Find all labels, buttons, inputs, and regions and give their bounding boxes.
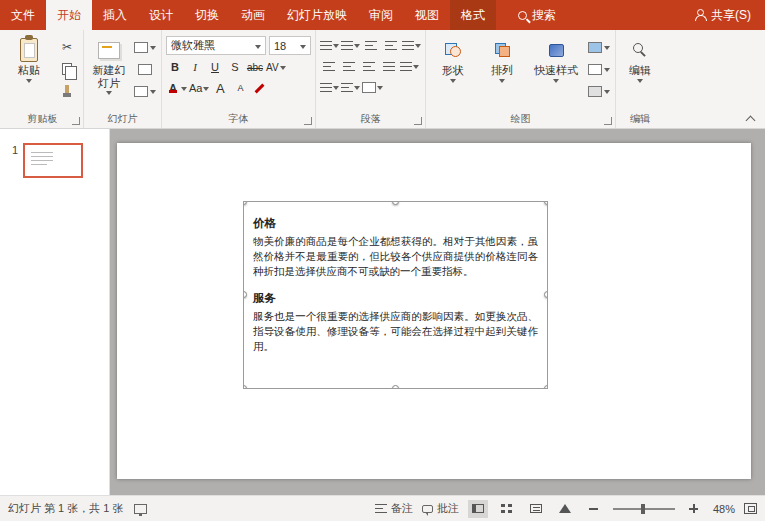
selected-textbox[interactable]: 价格 物美价廉的商品是每个企业都想获得的。相对于其他因素，虽然价格并不是最重要的… [243, 201, 548, 389]
increase-indent-button[interactable] [382, 36, 400, 54]
zoom-out-button[interactable] [584, 500, 604, 518]
collapse-ribbon-button[interactable] [743, 112, 757, 124]
resize-handle-e[interactable] [544, 291, 548, 298]
align-left-icon [323, 62, 335, 71]
slides-group-label: 幻灯片 [84, 112, 161, 126]
resize-handle-nw[interactable] [243, 201, 247, 205]
char-spacing-button[interactable]: AV [266, 58, 286, 76]
tab-format-contextual[interactable]: 格式 [450, 0, 496, 30]
tab-animations[interactable]: 动画 [230, 0, 276, 30]
bold-button[interactable]: B [166, 58, 184, 76]
tab-design[interactable]: 设计 [138, 0, 184, 30]
slide-thumbnail-row[interactable]: 1 [8, 143, 109, 178]
slide-sorter-view-button[interactable] [497, 500, 517, 518]
slideshow-view-button[interactable] [555, 500, 575, 518]
paragraph-dialog-launcher[interactable] [414, 117, 422, 125]
shape-fill-button[interactable] [587, 37, 611, 57]
editing-button[interactable]: 编辑 [620, 34, 660, 111]
tab-review[interactable]: 审阅 [358, 0, 404, 30]
resize-handle-se[interactable] [544, 385, 548, 389]
fit-to-window-button[interactable] [744, 503, 757, 514]
justify-icon [383, 62, 395, 71]
resize-handle-s[interactable] [392, 385, 399, 389]
chevron-down-icon [413, 65, 419, 69]
line-spacing-button[interactable] [402, 36, 421, 54]
tab-view[interactable]: 视图 [404, 0, 450, 30]
search-box[interactable]: 搜索 [506, 0, 568, 30]
shape-effects-button[interactable] [587, 81, 611, 101]
tab-file[interactable]: 文件 [0, 0, 46, 30]
notes-button[interactable]: 备注 [375, 501, 413, 516]
comments-button[interactable]: 批注 [422, 501, 459, 516]
resize-handle-n[interactable] [392, 201, 399, 205]
notes-label: 备注 [391, 501, 413, 516]
comments-label: 批注 [437, 501, 459, 516]
arrange-button[interactable]: 排列 [479, 34, 525, 111]
plus-icon [689, 504, 698, 513]
textbox-body-1: 物美价廉的商品是每个企业都想获得的。相对于其他因素，虽然价格并不是最重要的，但比… [253, 234, 538, 280]
slide-thumbnail[interactable] [23, 143, 83, 178]
drawing-dialog-launcher[interactable] [604, 117, 612, 125]
numbering-button[interactable] [341, 36, 360, 54]
clipboard-dialog-launcher[interactable] [72, 117, 80, 125]
font-dialog-launcher[interactable] [304, 117, 312, 125]
underline-label: U [211, 61, 219, 73]
text-direction-button[interactable] [320, 78, 339, 96]
justify-button[interactable] [380, 57, 398, 75]
zoom-slider-thumb[interactable] [641, 504, 645, 514]
reset-icon [138, 64, 152, 75]
copy-button[interactable] [55, 59, 79, 79]
font-name-combo[interactable]: 微软雅黑 [166, 36, 266, 55]
display-settings-icon[interactable] [134, 504, 147, 514]
format-painter-button[interactable] [55, 81, 79, 101]
shapes-button[interactable]: 形状 [430, 34, 476, 111]
quick-styles-label: 快速样式 [534, 64, 578, 77]
underline-button[interactable]: U [206, 58, 224, 76]
quick-styles-button[interactable]: 快速样式 [528, 34, 584, 111]
slide-canvas[interactable]: 价格 物美价廉的商品是每个企业都想获得的。相对于其他因素，虽然价格并不是最重要的… [117, 143, 751, 479]
font-size-combo[interactable]: 18 [269, 36, 311, 55]
align-text-button[interactable] [341, 78, 360, 96]
tab-transitions[interactable]: 切换 [184, 0, 230, 30]
arrange-label: 排列 [491, 64, 513, 77]
resize-handle-sw[interactable] [243, 385, 247, 389]
columns-button[interactable] [400, 57, 419, 75]
change-case-button[interactable]: Aa [189, 79, 209, 97]
strikethrough-button[interactable]: abc [246, 58, 264, 76]
zoom-in-button[interactable] [684, 500, 704, 518]
align-center-icon [343, 62, 355, 71]
italic-button[interactable]: I [186, 58, 204, 76]
font-color-button[interactable]: A [166, 79, 187, 97]
new-slide-button[interactable]: 新建幻灯片 [88, 34, 130, 111]
reset-button[interactable] [133, 59, 157, 79]
tab-home[interactable]: 开始 [46, 0, 92, 30]
paste-button[interactable]: 粘贴 [6, 34, 52, 111]
find-icon [633, 43, 647, 57]
align-center-button[interactable] [340, 57, 358, 75]
bullets-button[interactable] [320, 36, 339, 54]
share-button[interactable]: 共享(S) [680, 0, 765, 30]
decrease-indent-button[interactable] [362, 36, 380, 54]
grow-font-button[interactable]: A [211, 79, 229, 97]
tab-insert[interactable]: 插入 [92, 0, 138, 30]
tab-slideshow[interactable]: 幻灯片放映 [276, 0, 358, 30]
shrink-font-button[interactable]: A [231, 79, 249, 97]
section-button[interactable] [133, 81, 157, 101]
italic-label: I [193, 61, 197, 73]
resize-handle-w[interactable] [243, 291, 247, 298]
clear-formatting-button[interactable] [251, 79, 269, 97]
convert-smartart-button[interactable] [362, 78, 383, 96]
align-left-button[interactable] [320, 57, 338, 75]
text-shadow-button[interactable]: S [226, 58, 244, 76]
normal-view-button[interactable] [468, 500, 488, 518]
shape-outline-button[interactable] [587, 59, 611, 79]
resize-handle-ne[interactable] [544, 201, 548, 205]
chevron-down-icon [26, 79, 32, 83]
reading-view-button[interactable] [526, 500, 546, 518]
cut-button[interactable]: ✂ [55, 37, 79, 57]
layout-button[interactable] [133, 37, 157, 57]
zoom-level[interactable]: 48% [713, 503, 735, 515]
zoom-slider[interactable] [613, 508, 675, 510]
section-icon [134, 86, 148, 97]
align-right-button[interactable] [360, 57, 378, 75]
